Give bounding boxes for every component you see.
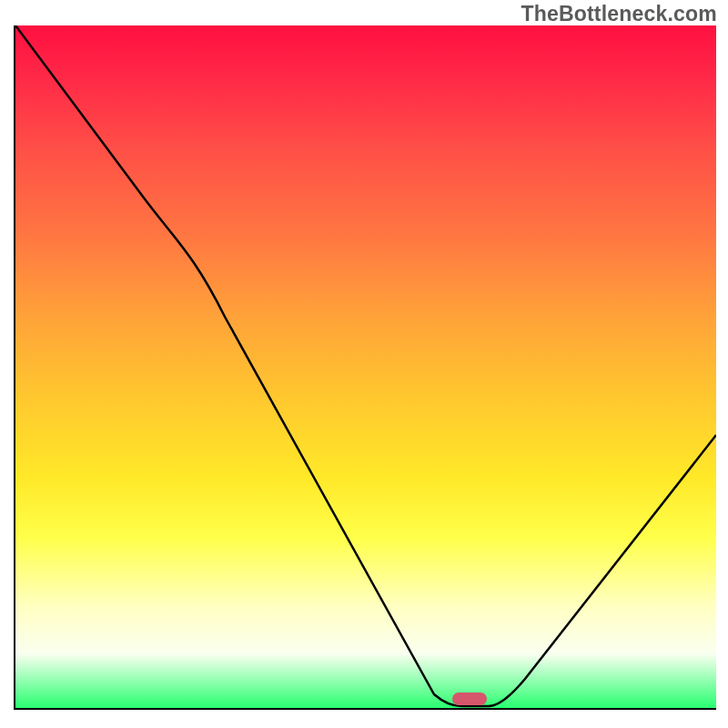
watermark-text: TheBottleneck.com — [521, 2, 717, 26]
optimum-marker — [452, 693, 487, 705]
bottleneck-curve-line — [15, 25, 716, 706]
curve-svg — [15, 25, 716, 708]
plot-area — [14, 25, 716, 710]
chart-wrapper: TheBottleneck.com — [0, 0, 728, 728]
